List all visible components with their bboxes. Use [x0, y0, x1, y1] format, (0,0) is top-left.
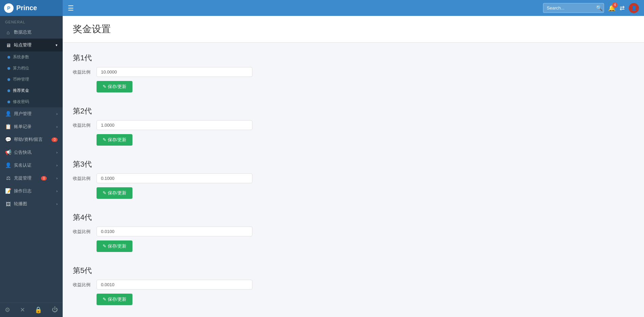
gen1-label: 收益比例 [73, 69, 91, 75]
gen-block-4: 第4代 收益比例 ✎ 保存/更新 [73, 212, 634, 255]
chevron-right-icon3: › [56, 150, 58, 154]
gen4-input[interactable] [97, 227, 252, 236]
sidebar-item-announcement[interactable]: 📢 公告快讯 › [0, 146, 63, 159]
notification-badge: 4 [612, 2, 618, 8]
gen1-field-row: 收益比例 [73, 67, 634, 77]
lock-icon[interactable]: 🔒 [35, 306, 42, 314]
gen3-save-button[interactable]: ✎ 保存/更新 [97, 187, 132, 199]
content-area: 第1代 收益比例 ✎ 保存/更新 第2代 收益比例 ✎ 保存/更新 第3代 [63, 43, 644, 317]
avatar[interactable]: 👤 [629, 3, 639, 13]
chevron-right-icon4: › [56, 163, 58, 167]
sidebar-item-carousel[interactable]: 🖼 轮播图 › [0, 197, 63, 210]
help-icon: 💬 [5, 136, 11, 143]
sidebar-item-logs[interactable]: 📝 操作日志 › [0, 185, 63, 197]
sidebar-item-user-management[interactable]: 👤 用户管理 › [0, 107, 63, 120]
logs-icon: 📝 [5, 188, 11, 194]
sidebar-subitem-referral-bonus[interactable]: 推荐奖金 [0, 85, 63, 96]
power-icon[interactable]: ⏻ [52, 306, 58, 314]
sidebar-item-logs-label: 操作日志 [14, 188, 32, 194]
sidebar-item-user-label: 用户管理 [14, 111, 32, 117]
gen2-save-button[interactable]: ✎ 保存/更新 [97, 134, 132, 146]
gen4-label: 收益比例 [73, 229, 91, 235]
gen5-input[interactable] [97, 280, 252, 290]
gen-block-1: 第1代 收益比例 ✎ 保存/更新 [73, 53, 634, 96]
gen1-input[interactable] [97, 67, 252, 77]
sidebar-subitem-system-params[interactable]: 系统参数 [0, 51, 63, 63]
app-name: Prince [16, 4, 37, 12]
page-title-bar: 奖金设置 [63, 16, 644, 43]
sidebar-bottom: ⚙ ✕ 🔒 ⏻ [0, 302, 63, 317]
header-left: P Prince ☰ [5, 0, 74, 16]
sidebar-item-orders-label: 账单记录 [14, 124, 32, 130]
sidebar-item-help-label: 帮助/资料/留言 [14, 136, 43, 143]
sidebar-subitem-hashrate[interactable]: 算力档位 [0, 63, 63, 74]
realname-icon: 👤 [5, 162, 11, 168]
gen4-title: 第4代 [73, 212, 634, 223]
sidebar-subitem-change-password[interactable]: 修改密码 [0, 96, 63, 107]
monitor-icon: 🖥 [5, 42, 11, 48]
sidebar-item-announcement-label: 公告快讯 [14, 149, 32, 155]
header-right: 🔍 🔔 4 ⇄ 👤 [543, 3, 639, 13]
recharge-icon: ⚖ [5, 175, 11, 181]
sidebar-item-dashboard-label: 数据总览 [14, 29, 32, 35]
orders-icon: 📋 [5, 124, 11, 130]
subitem-currency-label: 币种管理 [13, 77, 29, 82]
gen1-save-button[interactable]: ✎ 保存/更新 [97, 81, 132, 92]
chevron-right-icon6: › [56, 189, 58, 193]
gen5-save-button[interactable]: ✎ 保存/更新 [97, 294, 132, 305]
gen3-label: 收益比例 [73, 175, 91, 182]
user-icon: 👤 [5, 111, 11, 117]
gen4-save-button[interactable]: ✎ 保存/更新 [97, 240, 132, 252]
gen3-title: 第3代 [73, 159, 634, 169]
sidebar-section-label: GENERAL [0, 16, 63, 26]
sidebar-item-orders[interactable]: 📋 账单记录 › [0, 120, 63, 133]
recharge-badge: 0 [41, 176, 47, 181]
gen2-field-row: 收益比例 [73, 120, 634, 130]
page-title: 奖金设置 [73, 23, 634, 36]
gen5-label: 收益比例 [73, 282, 91, 288]
notification-icon[interactable]: 🔔 4 [608, 4, 616, 12]
sidebar-item-carousel-label: 轮播图 [14, 201, 27, 207]
chevron-right-icon5: › [56, 176, 58, 180]
sidebar-item-dashboard[interactable]: ⌂ 数据总览 [0, 26, 63, 39]
search-input[interactable] [547, 5, 594, 10]
carousel-icon: 🖼 [5, 201, 11, 207]
sidebar-item-recharge-label: 充提管理 [14, 175, 32, 181]
gen-block-3: 第3代 收益比例 ✎ 保存/更新 [73, 159, 634, 202]
header: P Prince ☰ 🔍 🔔 4 ⇄ 👤 [0, 0, 644, 16]
layout: GENERAL ⌂ 数据总览 🖥 站点管理 ▾ 系统参数 算力档位 币种管理 推… [0, 16, 644, 317]
chevron-right-icon: › [56, 112, 58, 116]
gen2-title: 第2代 [73, 106, 634, 116]
sidebar-item-realname[interactable]: 👤 实名认证 › [0, 159, 63, 172]
hamburger-icon[interactable]: ☰ [68, 4, 74, 12]
gen3-input[interactable] [97, 173, 252, 183]
home-icon: ⌂ [5, 29, 11, 35]
chevron-right-icon2: › [56, 125, 58, 129]
sidebar-subitem-currency[interactable]: 币种管理 [0, 74, 63, 85]
sidebar-item-site-label: 站点管理 [14, 42, 32, 48]
search-box[interactable]: 🔍 [543, 3, 604, 13]
subitem-referral-label: 推荐奖金 [13, 88, 29, 93]
chevron-right-icon7: › [56, 202, 58, 206]
sidebar-item-recharge[interactable]: ⚖ 充提管理 0 › [0, 172, 63, 185]
gen-block-5: 第5代 收益比例 ✎ 保存/更新 [73, 266, 634, 309]
gen2-input[interactable] [97, 120, 252, 130]
chevron-down-icon: ▾ [56, 43, 58, 47]
sidebar: GENERAL ⌂ 数据总览 🖥 站点管理 ▾ 系统参数 算力档位 币种管理 推… [0, 16, 63, 317]
logo-area: P Prince [0, 0, 63, 16]
settings-icon[interactable]: ⚙ [5, 306, 10, 314]
gen5-title: 第5代 [73, 266, 634, 276]
subitem-hashrate-label: 算力档位 [13, 65, 29, 71]
sidebar-item-realname-label: 实名认证 [14, 162, 32, 168]
logo-icon: P [4, 3, 14, 13]
gen4-field-row: 收益比例 [73, 227, 634, 236]
search-icon: 🔍 [596, 5, 603, 11]
share-icon[interactable]: ⇄ [620, 4, 625, 12]
help-badge: 0 [51, 138, 58, 142]
gen5-field-row: 收益比例 [73, 280, 634, 290]
cross-icon[interactable]: ✕ [20, 306, 25, 314]
main-content: 奖金设置 第1代 收益比例 ✎ 保存/更新 第2代 收益比例 ✎ 保存/更新 [63, 16, 644, 317]
sidebar-item-help[interactable]: 💬 帮助/资料/留言 0 [0, 133, 63, 146]
sidebar-item-site-management[interactable]: 🖥 站点管理 ▾ [0, 39, 63, 51]
gen1-title: 第1代 [73, 53, 634, 63]
